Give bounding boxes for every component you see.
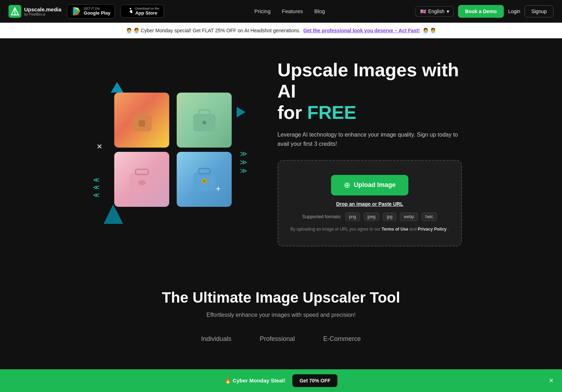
close-cta-button[interactable]: × — [549, 376, 553, 385]
google-play-icon — [72, 6, 82, 16]
section-title: The Ultimate Image Upscaler Tool — [14, 289, 548, 306]
gplay-large: Google Play — [84, 10, 110, 16]
formats-label: Supported formats: — [302, 214, 342, 219]
promo-text: 🧑‍💼 🧑‍💼 Cyber Monday special! Get FLAT 2… — [126, 28, 301, 33]
svg-point-16 — [138, 180, 146, 185]
hero-title-line2: for FREE — [277, 102, 356, 123]
deco-chevrons-right: ≫≫≫ — [240, 149, 247, 175]
logo-icon — [9, 5, 21, 18]
nav-pricing[interactable]: Pricing — [254, 8, 271, 14]
fire-emoji: 🔥 — [225, 377, 231, 383]
cta-text-label: Cyber Monday Steal! — [233, 377, 285, 383]
language-selector[interactable]: 🇬🇧 English ▾ — [415, 6, 454, 17]
promo-link[interactable]: Get the professional look you deserve – … — [303, 28, 420, 33]
product-image-3 — [114, 152, 169, 207]
logo[interactable]: Upscale.media by PixelBin.io — [9, 5, 61, 18]
hero-image-grid: ≫≫≫ ≪≪≪ ✕ + — [100, 78, 249, 227]
appstore-large: App Store — [135, 10, 159, 16]
upload-image-button[interactable]: ⊕ Upload Image — [331, 175, 408, 195]
nav-blog[interactable]: Blog — [314, 8, 325, 14]
gplay-small: GET IT ON — [84, 7, 110, 10]
chevron-down-icon: ▾ — [447, 9, 449, 14]
deco-cross-icon: ✕ — [97, 142, 103, 151]
bottom-section: The Ultimate Image Upscaler Tool Effortl… — [0, 268, 562, 360]
cta-label: 🔥 Cyber Monday Steal! — [225, 377, 286, 384]
svg-point-20 — [203, 180, 205, 182]
bag-svg-1 — [126, 104, 158, 136]
navbar-left: Upscale.media by PixelBin.io GET IT ON G… — [9, 4, 164, 18]
navbar-nav: Pricing Features Blog — [254, 8, 325, 14]
plus-circle-icon: ⊕ — [344, 181, 350, 190]
promo-banner: 🧑‍💼 🧑‍💼 Cyber Monday special! Get FLAT 2… — [0, 23, 562, 38]
hero-subtitle: Leverage AI technology to enhance your i… — [277, 130, 462, 148]
tab-ecommerce[interactable]: E-Commerce — [323, 335, 361, 346]
paste-url-link[interactable]: URL — [393, 201, 403, 207]
bottom-cta-bar: 🔥 Cyber Monday Steal! Get 70% OFF × — [0, 369, 562, 392]
deco-triangle-top — [111, 82, 123, 93]
nav-features[interactable]: Features — [282, 8, 303, 14]
deco-plus-icon: + — [216, 184, 221, 194]
format-jpg: jpg — [383, 212, 396, 221]
section-subtitle: Effortlessly enhance your images with sp… — [14, 312, 548, 318]
format-jpeg: jpeg — [364, 212, 380, 221]
flag-icon: 🇬🇧 — [420, 9, 426, 14]
get-deal-button[interactable]: Get 70% OFF — [292, 374, 337, 387]
legal-text: By uploading an image or URL you agree t… — [289, 227, 451, 232]
book-demo-button[interactable]: Book a Demo — [458, 5, 504, 18]
format-png: png — [345, 212, 360, 221]
privacy-link[interactable]: Privacy Policy — [418, 227, 446, 232]
upload-button-label: Upload Image — [354, 181, 396, 189]
hero-free-text: FREE — [307, 102, 357, 123]
tab-professional[interactable]: Professional — [260, 335, 295, 346]
hero-content: Upscale Images with AI for FREE Leverage… — [277, 60, 462, 247]
bag-svg-2 — [188, 104, 220, 136]
deco-triangle-bottom — [104, 204, 123, 224]
tab-individuals[interactable]: Individuals — [201, 335, 231, 346]
logo-main-text: Upscale.media — [24, 6, 61, 12]
hero-title-line1: Upscale Images with AI — [277, 60, 459, 101]
format-webp: webp — [400, 212, 418, 221]
product-image-2 — [177, 93, 232, 148]
hero-title: Upscale Images with AI for FREE — [277, 60, 462, 123]
google-play-button[interactable]: GET IT ON Google Play — [67, 4, 115, 18]
deco-chevrons-left: ≪≪≪ — [93, 176, 100, 199]
navbar-right: 🇬🇧 English ▾ Book a Demo Login Signup — [415, 5, 553, 18]
formats-row: Supported formats: png jpeg jpg webp hei… — [289, 212, 451, 221]
deco-triangle-right — [237, 107, 246, 117]
terms-link[interactable]: Terms of Use — [382, 227, 408, 232]
svg-rect-9 — [139, 120, 145, 127]
app-store-button[interactable]: Download on the App Store — [121, 5, 164, 18]
signup-button[interactable]: Signup — [524, 5, 553, 17]
language-label: English — [428, 9, 445, 14]
format-heic: heic — [422, 212, 437, 221]
logo-sub-text: by PixelBin.io — [24, 12, 61, 16]
login-button[interactable]: Login — [508, 9, 520, 14]
tabs-row: Individuals Professional E-Commerce — [14, 335, 548, 346]
product-image-1 — [114, 93, 169, 148]
bag-svg-3 — [126, 164, 158, 195]
product-image-4 — [177, 152, 232, 207]
apple-icon — [125, 7, 133, 15]
appstore-small: Download on the — [135, 7, 159, 10]
upload-area: ⊕ Upload Image Drop an image or Paste UR… — [277, 160, 462, 247]
hero-section: ≫≫≫ ≪≪≪ ✕ + — [0, 38, 562, 268]
navbar: Upscale.media by PixelBin.io GET IT ON G… — [0, 0, 562, 23]
drop-hint: Drop an image or Paste URL — [289, 201, 451, 207]
promo-emoji-end: 🧑‍💼 🧑‍💼 — [423, 28, 436, 33]
svg-marker-21 — [104, 204, 123, 224]
